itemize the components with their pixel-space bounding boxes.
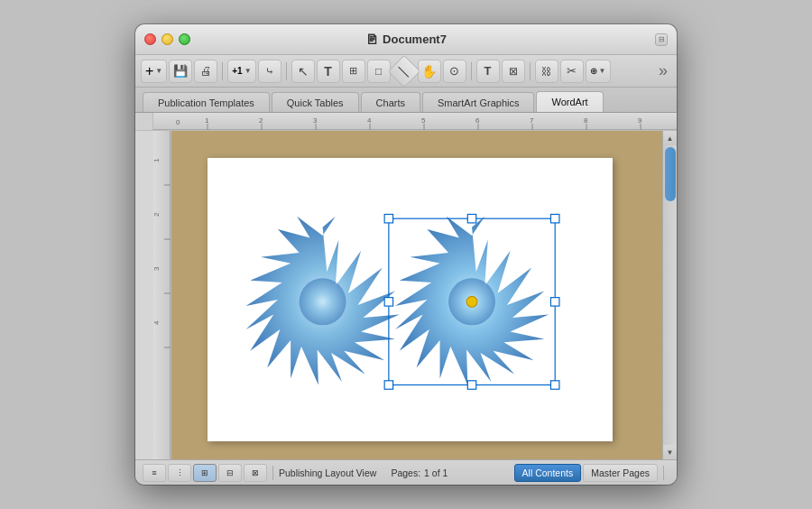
horizontal-ruler: 0 1 2 3 4 5 6 7 8 [153, 113, 677, 131]
svg-point-30 [300, 278, 346, 325]
svg-text:4: 4 [153, 320, 161, 325]
svg-point-33 [466, 296, 477, 307]
new-dropdown[interactable]: + ▼ [141, 60, 167, 83]
zoom-tool-button[interactable]: ⊙ [443, 60, 466, 83]
view-btn-1[interactable]: ≡ [143, 464, 166, 482]
frame-tool-button[interactable]: ⊞ [342, 60, 365, 83]
new-icon: + [145, 63, 153, 79]
svg-text:2: 2 [259, 116, 263, 125]
svg-text:3: 3 [153, 266, 161, 271]
window-title: 🖹 Document7 [365, 32, 447, 47]
charts-tab-label: Charts [376, 97, 405, 108]
text-tool-button[interactable]: T [317, 60, 340, 83]
wordart-tab-label: WordArt [551, 97, 587, 107]
line-tool-button[interactable]: — [387, 54, 420, 88]
close-button[interactable] [144, 33, 156, 45]
link-button[interactable]: ⛓ [535, 60, 558, 83]
smartart-graphics-tab-label: SmartArt Graphics [438, 97, 519, 108]
scroll-down-button[interactable]: ▼ [663, 445, 677, 459]
svg-rect-35 [384, 214, 392, 222]
insert-chevron-icon: ▼ [599, 67, 606, 75]
pages-prefix: Pages: [391, 467, 420, 478]
svg-text:6: 6 [475, 116, 480, 125]
svg-text:4: 4 [367, 116, 372, 125]
vertical-ruler: 1 2 3 4 [153, 131, 171, 459]
svg-rect-41 [384, 298, 392, 306]
svg-text:9: 9 [638, 116, 642, 125]
print-button[interactable]: 🖨 [194, 60, 217, 83]
redo-button[interactable]: ⤷ [258, 60, 281, 83]
view-btn-4[interactable]: ⊟ [218, 464, 242, 482]
document-icon: 🖹 [365, 32, 378, 47]
master-pages-button[interactable]: Master Pages [583, 464, 658, 482]
pan-tool-button[interactable]: ✋ [418, 60, 441, 83]
scrollbar-thumb[interactable] [665, 147, 676, 201]
svg-rect-38 [550, 381, 558, 389]
separator-2 [286, 62, 287, 80]
separator-1 [222, 62, 223, 80]
charts-tab[interactable]: Charts [361, 92, 420, 112]
status-divider-1 [272, 466, 273, 480]
view-btn-2[interactable]: ⋮ [168, 464, 191, 482]
ruler-corner [135, 113, 153, 131]
undo-icon: +1 [232, 66, 242, 76]
scrollbar-track[interactable] [663, 145, 677, 445]
cut-button[interactable]: ✂ [560, 60, 584, 83]
quick-tables-tab-label: Quick Tables [287, 97, 344, 108]
svg-text:3: 3 [313, 116, 318, 125]
svg-text:1: 1 [153, 158, 161, 162]
view-buttons: ≡ ⋮ ⊞ ⊟ ⊠ [143, 464, 267, 482]
text-link-button[interactable]: ⊠ [502, 60, 525, 83]
svg-text:8: 8 [584, 116, 588, 125]
smartart-graphics-tab[interactable]: SmartArt Graphics [422, 92, 534, 112]
save-button[interactable]: 💾 [169, 60, 192, 83]
status-bar: ≡ ⋮ ⊞ ⊟ ⊠ Publishing Layout View Pages: … [135, 459, 677, 485]
insert-icon: ⊕ [590, 66, 597, 76]
svg-rect-37 [384, 381, 392, 389]
undo-dropdown[interactable]: +1 ▼ [227, 60, 255, 83]
canvas-row: 1 2 3 4 [153, 131, 677, 459]
canvas[interactable] [171, 131, 662, 459]
insert-dropdown[interactable]: ⊕ ▼ [586, 60, 611, 83]
view-btn-5[interactable]: ⊠ [244, 464, 267, 482]
svg-text:0: 0 [176, 118, 180, 126]
titlebar: 🖹 Document7 ⊟ [135, 24, 677, 55]
separator-3 [471, 62, 472, 80]
svg-text:5: 5 [421, 116, 426, 125]
view-btn-3[interactable]: ⊞ [193, 464, 217, 482]
all-contents-button[interactable]: All Contents [514, 464, 582, 482]
svg-text:1: 1 [205, 116, 209, 125]
status-divider-2 [663, 466, 664, 480]
svg-text:2: 2 [153, 212, 161, 217]
more-tools-button[interactable]: » [655, 61, 671, 80]
minimize-button[interactable] [161, 33, 173, 45]
toolbar: + ▼ 💾 🖨 +1 ▼ ⤷ ↖ T ⊞ □ — ✋ ⊙ T ⊠ ⛓ ✂ ⊕ ▼… [135, 55, 677, 88]
svg-rect-39 [467, 214, 475, 222]
main-area: 0 1 2 3 4 5 6 7 8 [135, 113, 677, 459]
select-tool-button[interactable]: ↖ [291, 60, 315, 83]
undo-chevron-icon: ▼ [245, 67, 252, 75]
text-box-button[interactable]: T [476, 60, 500, 83]
document-page [208, 158, 613, 441]
publication-templates-tab-label: Publication Templates [158, 97, 254, 108]
svg-text:7: 7 [530, 116, 534, 125]
new-chevron-icon: ▼ [155, 67, 162, 75]
view-label: Publishing Layout View [279, 467, 376, 478]
separator-4 [530, 62, 531, 80]
tabs-bar: Publication Templates Quick Tables Chart… [135, 88, 677, 113]
canvas-container: 0 1 2 3 4 5 6 7 8 [153, 113, 677, 459]
application-window: 🖹 Document7 ⊟ + ▼ 💾 🖨 +1 ▼ ⤷ ↖ T ⊞ □ — ✋… [135, 24, 677, 485]
svg-rect-36 [550, 214, 558, 222]
wordart-tab[interactable]: WordArt [536, 91, 603, 112]
vertical-scrollbar[interactable]: ▲ ▼ [662, 131, 677, 459]
maximize-button[interactable] [179, 33, 190, 45]
pages-value: 1 of 1 [424, 467, 448, 478]
scroll-up-button[interactable]: ▲ [663, 131, 677, 145]
traffic-lights [144, 33, 190, 45]
svg-rect-40 [467, 381, 475, 389]
publication-templates-tab[interactable]: Publication Templates [143, 92, 270, 112]
title-text: Document7 [383, 32, 447, 46]
zoom-button[interactable]: ⊟ [655, 33, 668, 46]
shape-tool-button[interactable]: □ [367, 60, 391, 83]
quick-tables-tab[interactable]: Quick Tables [272, 92, 359, 112]
